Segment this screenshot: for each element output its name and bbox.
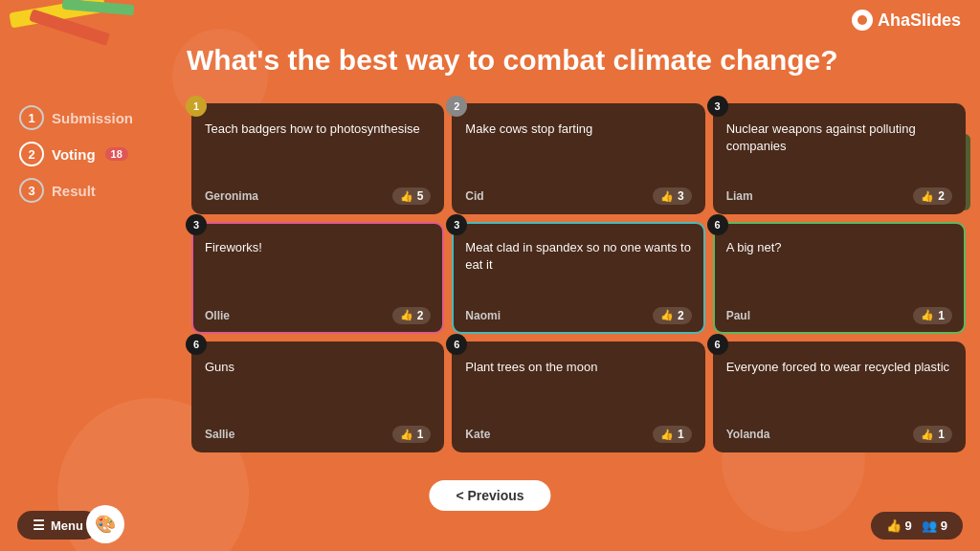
thumb-icon: 👍 <box>660 429 674 441</box>
thumb-icon: 👍 <box>660 309 674 321</box>
card-votes: 👍1 <box>913 307 952 324</box>
palette-decoration: 🎨 <box>86 505 124 543</box>
sidebar-label-voting: Voting <box>52 146 96 163</box>
card-votes: 👍1 <box>653 426 692 443</box>
card-votes: 👍2 <box>913 187 952 205</box>
thumb-icon: 👍 <box>921 190 934 203</box>
card-rank: 3 <box>446 214 467 235</box>
card-votes: 👍2 <box>392 307 432 324</box>
vote-count: 1 <box>938 428 945 441</box>
sidebar-num-voting: 2 <box>19 142 44 166</box>
card-text: A big net? <box>726 233 952 300</box>
vote-count: 3 <box>678 189 684 203</box>
card-votes: 👍1 <box>392 426 432 443</box>
card-author: Sallie <box>205 428 234 441</box>
card-votes: 👍1 <box>913 426 952 443</box>
thumb-icon: 👍 <box>886 518 902 533</box>
table-row: 6A big net?Paul👍1 <box>713 222 966 333</box>
card-footer: Naomi👍2 <box>465 307 691 324</box>
card-text: Plant trees on the moon <box>465 353 691 420</box>
card-author: Paul <box>726 309 750 322</box>
card-rank: 1 <box>186 96 207 117</box>
vote-count: 2 <box>678 309 684 322</box>
card-author: Yolanda <box>726 428 770 441</box>
thumb-icon: 👍 <box>921 429 934 441</box>
prev-label: < Previous <box>456 488 523 503</box>
votes-count: 9 <box>905 518 912 533</box>
card-footer: Sallie👍1 <box>205 426 431 443</box>
card-author: Kate <box>465 428 490 441</box>
card-votes: 👍5 <box>392 187 432 205</box>
sidebar-item-voting[interactable]: 2Voting18 <box>19 142 187 166</box>
card-author: Naomi <box>465 309 501 322</box>
logo-icon <box>852 10 873 31</box>
vote-count: 1 <box>678 428 684 441</box>
table-row: 6GunsSallie👍1 <box>191 342 444 452</box>
card-text: Teach badgers how to photosynthesise <box>205 115 431 182</box>
table-row: 6Everyone forced to wear recycled plasti… <box>713 342 966 452</box>
thumb-icon: 👍 <box>400 309 413 321</box>
sidebar-label-result: Result <box>52 183 96 199</box>
users-count: 9 <box>941 518 947 533</box>
logo-text: AhaSlides <box>878 11 961 31</box>
sidebar-num-submission: 1 <box>19 105 44 130</box>
thumb-icon: 👍 <box>400 429 413 441</box>
card-text: Fireworks! <box>205 233 431 300</box>
card-footer: Geronima👍5 <box>205 187 431 205</box>
logo: AhaSlides <box>852 10 961 31</box>
card-text: Guns <box>205 353 431 420</box>
card-text: Everyone forced to wear recycled plastic <box>726 353 952 420</box>
vote-count: 2 <box>938 189 945 203</box>
card-footer: Ollie👍2 <box>205 307 431 324</box>
card-rank: 3 <box>186 214 207 235</box>
page-title: What's the best way to combat climate ch… <box>187 43 961 77</box>
card-author: Liam <box>726 189 753 203</box>
card-footer: Yolanda👍1 <box>726 426 952 443</box>
sidebar: 1Submission2Voting183Result <box>19 105 187 203</box>
votes-stat: 👍 9 <box>886 518 912 533</box>
sidebar-badge-voting: 18 <box>105 147 128 161</box>
card-author: Cid <box>465 189 483 203</box>
previous-button[interactable]: < Previous <box>429 480 550 511</box>
card-text: Make cows stop farting <box>465 115 691 182</box>
card-rank: 6 <box>707 334 728 355</box>
card-votes: 👍2 <box>653 307 692 324</box>
card-rank: 6 <box>186 334 207 355</box>
users-icon: 👥 <box>922 518 937 533</box>
card-rank: 3 <box>707 96 728 117</box>
sidebar-item-submission[interactable]: 1Submission <box>19 105 187 130</box>
vote-count: 1 <box>417 428 424 441</box>
menu-label: Menu <box>51 518 83 533</box>
card-votes: 👍3 <box>653 187 692 205</box>
table-row: 3Meat clad in spandex so no one wants to… <box>452 222 704 333</box>
table-row: 2Make cows stop fartingCid👍3 <box>452 103 704 214</box>
table-row: 6Plant trees on the moonKate👍1 <box>452 342 704 452</box>
card-text: Meat clad in spandex so no one wants to … <box>465 233 691 300</box>
thumb-icon: 👍 <box>921 309 934 321</box>
card-footer: Cid👍3 <box>465 187 691 205</box>
thumb-icon: 👍 <box>400 190 413 203</box>
card-rank: 2 <box>446 96 467 117</box>
logo-inner-circle <box>858 15 867 25</box>
card-footer: Kate👍1 <box>465 426 691 443</box>
vote-count: 2 <box>417 309 424 322</box>
thumb-icon: 👍 <box>660 190 674 203</box>
card-text: Nuclear weapons against polluting compan… <box>726 115 952 182</box>
vote-count: 5 <box>417 189 424 203</box>
bottom-stats: 👍 9 👥 9 <box>871 512 963 540</box>
card-footer: Liam👍2 <box>726 187 952 205</box>
card-author: Ollie <box>205 309 230 322</box>
table-row: 1Teach badgers how to photosynthesiseGer… <box>191 103 444 214</box>
cards-grid: 1Teach badgers how to photosynthesiseGer… <box>191 103 966 452</box>
sidebar-label-submission: Submission <box>52 110 133 126</box>
header: AhaSlides <box>852 10 961 31</box>
menu-icon: ☰ <box>33 518 45 533</box>
card-rank: 6 <box>446 334 467 355</box>
sidebar-num-result: 3 <box>19 178 44 203</box>
users-stat: 👥 9 <box>922 518 947 533</box>
table-row: 3Nuclear weapons against polluting compa… <box>713 103 966 214</box>
card-footer: Paul👍1 <box>726 307 952 324</box>
sidebar-item-result[interactable]: 3Result <box>19 178 187 203</box>
card-author: Geronima <box>205 189 258 203</box>
card-rank: 6 <box>707 214 728 235</box>
